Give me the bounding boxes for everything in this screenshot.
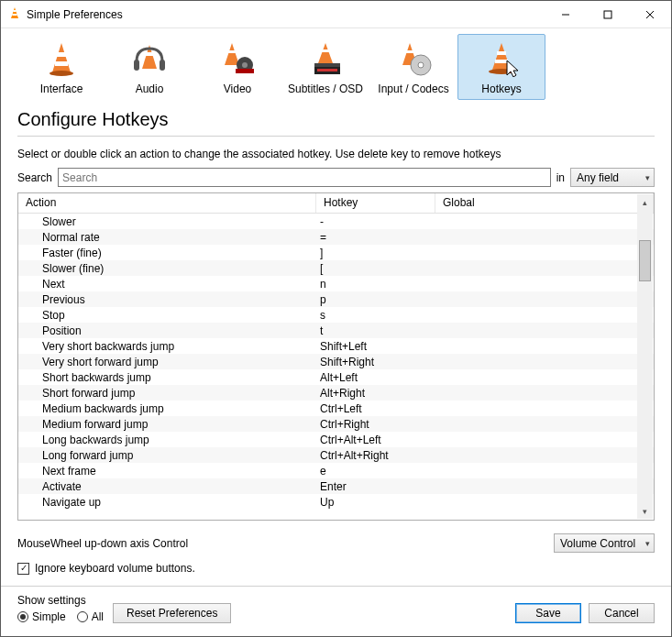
cell-hotkey: Ctrl+Alt+Left: [316, 434, 435, 446]
table-row[interactable]: Very short backwards jumpShift+Left: [18, 338, 654, 354]
minimize-button[interactable]: [545, 1, 587, 28]
svg-rect-16: [228, 50, 236, 53]
cell-action: Faster (fine): [18, 247, 316, 259]
svg-marker-15: [225, 43, 239, 65]
table-row[interactable]: Normal rate=: [18, 229, 654, 245]
reset-preferences-button[interactable]: Reset Preferences: [113, 603, 231, 623]
svg-marker-33: [507, 60, 518, 77]
scroll-down-icon[interactable]: ▾: [637, 503, 653, 519]
tab-interface[interactable]: Interface: [17, 34, 105, 100]
preference-tabs: Interface Audio Video Subtitles / OSD In…: [1, 28, 671, 100]
tab-input-codecs[interactable]: Input / Codecs: [369, 34, 457, 100]
cell-action: Next: [18, 278, 316, 291]
clapperboard-cone-icon: [307, 41, 344, 79]
cell-action: Position: [18, 324, 316, 337]
cell-hotkey: Ctrl+Right: [316, 418, 435, 431]
table-header: Action Hotkey Global: [18, 193, 654, 214]
table-row[interactable]: Faster (fine)]: [18, 245, 654, 260]
cell-action: Activate: [18, 480, 316, 493]
film-cone-icon: [219, 41, 256, 79]
svg-rect-9: [55, 61, 68, 66]
cell-hotkey: -: [316, 215, 435, 228]
svg-rect-24: [317, 69, 337, 71]
radio-all[interactable]: All: [77, 610, 104, 623]
window-titlebar: Simple Preferences: [1, 1, 671, 28]
table-row[interactable]: Slower-: [18, 214, 654, 229]
search-label: Search: [17, 171, 52, 184]
table-row[interactable]: ActivateEnter: [18, 478, 654, 494]
cell-hotkey: Ctrl+Left: [316, 402, 435, 415]
mousewheel-combo[interactable]: Volume Control: [554, 533, 655, 553]
ignore-kb-volume-checkbox[interactable]: ✓ Ignore keyboard volume buttons.: [17, 562, 655, 575]
tab-subtitles[interactable]: Subtitles / OSD: [281, 34, 369, 100]
radio-simple[interactable]: Simple: [17, 610, 66, 623]
svg-rect-31: [495, 60, 508, 63]
combo-value: Any field: [577, 171, 619, 184]
tab-audio[interactable]: Audio: [105, 34, 193, 100]
tab-label: Video: [224, 82, 251, 95]
cell-hotkey: Alt+Right: [316, 387, 435, 400]
tab-label: Interface: [40, 82, 83, 95]
table-row[interactable]: Next framee: [18, 463, 654, 478]
table-row[interactable]: Navigate upUp: [18, 494, 654, 510]
search-input[interactable]: [58, 168, 551, 187]
cell-hotkey: Ctrl+Alt+Right: [316, 449, 435, 462]
save-button[interactable]: Save: [515, 603, 581, 623]
cell-hotkey: n: [316, 278, 435, 291]
cell-action: Medium backwards jump: [18, 402, 316, 415]
table-row[interactable]: Previousp: [18, 291, 654, 307]
cell-hotkey: e: [316, 465, 435, 478]
cone-icon: [46, 41, 77, 79]
cell-action: Next frame: [18, 465, 316, 478]
cell-action: Very short backwards jump: [18, 340, 316, 353]
radio-icon: [77, 611, 88, 622]
column-header-global[interactable]: Global: [435, 193, 654, 213]
radio-label: Simple: [32, 610, 66, 623]
maximize-button[interactable]: [587, 1, 629, 28]
cell-action: Stop: [18, 309, 316, 322]
svg-marker-20: [318, 43, 333, 63]
table-row[interactable]: Very short forward jumpShift+Right: [18, 354, 654, 369]
table-row[interactable]: Positiont: [18, 323, 654, 338]
table-row[interactable]: Long forward jumpCtrl+Alt+Right: [18, 447, 654, 463]
tab-video[interactable]: Video: [193, 34, 281, 100]
scroll-up-icon[interactable]: ▴: [637, 194, 653, 210]
scrollbar[interactable]: ▴ ▾: [637, 194, 653, 519]
cell-hotkey: Shift+Left: [316, 340, 435, 353]
tab-label: Subtitles / OSD: [288, 82, 363, 95]
table-row[interactable]: Nextn: [18, 276, 654, 291]
table-row[interactable]: Stops: [18, 307, 654, 323]
hotkeys-table: Action Hotkey Global Slower-Normal rate=…: [17, 192, 655, 521]
table-row[interactable]: Slower (fine)[: [18, 260, 654, 276]
page-title: Configure Hotkeys: [1, 100, 671, 136]
search-field-combo[interactable]: Any field: [570, 168, 655, 187]
show-settings-label: Show settings: [17, 594, 104, 607]
svg-rect-21: [322, 49, 330, 52]
table-row[interactable]: Short forward jumpAlt+Right: [18, 385, 654, 401]
mousewheel-label: MouseWheel up-down axis Control: [17, 537, 188, 550]
cancel-button[interactable]: Cancel: [589, 603, 655, 623]
tab-label: Audio: [136, 82, 164, 95]
column-header-action[interactable]: Action: [18, 193, 316, 213]
table-row[interactable]: Medium backwards jumpCtrl+Left: [18, 401, 654, 416]
cell-hotkey: Enter: [316, 480, 435, 493]
table-row[interactable]: Long backwards jumpCtrl+Alt+Left: [18, 432, 654, 447]
cell-action: Short backwards jump: [18, 371, 316, 384]
table-row[interactable]: Medium forward jumpCtrl+Right: [18, 416, 654, 432]
svg-rect-8: [57, 52, 66, 57]
tab-hotkeys[interactable]: Hotkeys: [457, 34, 545, 100]
table-row[interactable]: Short backwards jumpAlt+Left: [18, 369, 654, 385]
svg-rect-13: [134, 60, 139, 71]
headphones-cone-icon: [131, 41, 168, 79]
svg-rect-12: [146, 52, 153, 56]
column-header-hotkey[interactable]: Hotkey: [316, 193, 435, 213]
svg-rect-2: [12, 14, 17, 16]
search-in-label: in: [556, 171, 565, 184]
table-body: Slower-Normal rate=Faster (fine)]Slower …: [18, 214, 654, 520]
cell-hotkey: ]: [316, 247, 435, 259]
cell-hotkey: Up: [316, 496, 435, 509]
close-button[interactable]: [629, 1, 671, 28]
cell-hotkey: Alt+Left: [316, 371, 435, 384]
scroll-thumb[interactable]: [639, 240, 651, 281]
svg-rect-23: [314, 63, 340, 67]
